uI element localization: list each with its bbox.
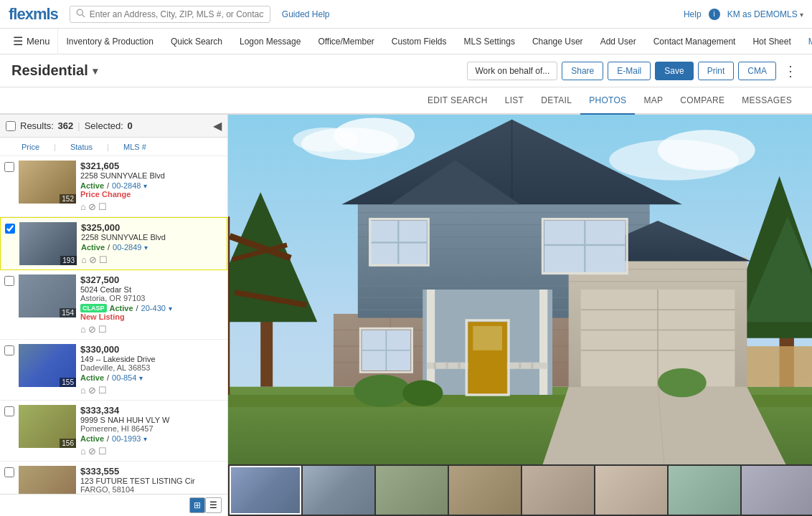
- tab-messages[interactable]: MESSAGES: [733, 87, 801, 115]
- edit-icon[interactable]: ☐: [98, 446, 107, 457]
- mls-dropdown-icon[interactable]: ▾: [144, 244, 148, 252]
- help-button[interactable]: Help: [684, 9, 702, 19]
- listing-checkbox[interactable]: [4, 162, 14, 172]
- nav-custom-fields[interactable]: Custom Fields: [383, 29, 455, 54]
- home-icon[interactable]: ⌂: [81, 254, 87, 265]
- list-item[interactable]: 193 $325,000 2258 SUNNYVALE Blvd Active …: [0, 217, 227, 270]
- list-item[interactable]: 156 $333,334 9999 S NAH HUH VLY W Pomere…: [0, 401, 227, 462]
- mls-dropdown-icon[interactable]: ▾: [143, 435, 147, 443]
- user-menu[interactable]: KM as DEMOMLS ▾: [727, 9, 803, 19]
- tab-compare[interactable]: COMPARE: [671, 87, 733, 115]
- share-button[interactable]: Share: [562, 62, 603, 80]
- listing-thumbnail[interactable]: 154: [19, 274, 76, 317]
- photo-thumb-3[interactable]: [376, 466, 448, 515]
- nav-contact-management[interactable]: Contact Management: [645, 29, 745, 54]
- home-icon[interactable]: ⌂: [80, 385, 86, 396]
- nav-logon-message[interactable]: Logon Message: [231, 29, 309, 54]
- guided-help-link[interactable]: Guided Help: [282, 9, 330, 19]
- menu-button[interactable]: ☰ Menu: [6, 29, 58, 54]
- listing-thumbnail[interactable]: 152: [19, 161, 76, 204]
- select-all-checkbox[interactable]: [6, 121, 16, 131]
- print-button[interactable]: Print: [698, 62, 735, 80]
- status-mls-number[interactable]: 00-2849: [113, 243, 141, 252]
- list-item[interactable]: 197 $333,555 123 FUTURE TEST LISTING Cir…: [0, 462, 227, 494]
- home-icon[interactable]: ⌂: [80, 324, 86, 335]
- edit-icon[interactable]: ☐: [99, 254, 108, 265]
- mls-dropdown-icon[interactable]: ▾: [143, 182, 147, 190]
- mls-dropdown-icon[interactable]: ▾: [169, 305, 172, 312]
- listing-details: $321,605 2258 SUNNYVALE Blvd Active / 00…: [80, 161, 223, 212]
- photo-thumb-2[interactable]: [303, 466, 374, 515]
- nav-more[interactable]: More ▾: [800, 29, 812, 54]
- nav-add-user[interactable]: Add User: [592, 29, 645, 54]
- tab-list[interactable]: LIST: [496, 87, 533, 115]
- title-dropdown-icon[interactable]: ▾: [93, 65, 98, 77]
- list-item[interactable]: 154 $327,500 5024 Cedar St Astoria, OR 9…: [0, 270, 227, 340]
- photo-thumb-8[interactable]: [742, 466, 812, 515]
- email-button[interactable]: E-Mail: [608, 62, 651, 80]
- status-active-badge: Active: [80, 181, 104, 190]
- col-price[interactable]: Price: [22, 143, 39, 151]
- col-status[interactable]: Status: [70, 143, 93, 151]
- more-options-button[interactable]: ⋮: [780, 62, 801, 80]
- listing-thumbnail[interactable]: 155: [19, 344, 76, 387]
- status-active-badge: Active: [80, 434, 104, 443]
- listing-city: FARGO, 58104: [80, 485, 223, 494]
- home-icon[interactable]: ⌂: [80, 446, 86, 457]
- nav-office-member[interactable]: Office/Member: [309, 29, 382, 54]
- nav-inventory[interactable]: Inventory & Production: [58, 29, 162, 54]
- listing-checkbox[interactable]: [4, 467, 14, 477]
- nav-quick-search[interactable]: Quick Search: [162, 29, 231, 54]
- tab-edit-search[interactable]: EDIT SEARCH: [419, 87, 496, 115]
- edit-icon[interactable]: ☐: [98, 324, 107, 335]
- work-behalf-button[interactable]: Work on behalf of...: [467, 62, 557, 80]
- list-view-button[interactable]: ☰: [205, 497, 222, 513]
- status-mls-number[interactable]: 00-2848: [112, 181, 141, 190]
- edit-icon[interactable]: ☐: [98, 385, 107, 396]
- search-bar[interactable]: [70, 6, 270, 23]
- info-icon[interactable]: i: [709, 9, 720, 20]
- mls-dropdown-icon[interactable]: ▾: [139, 374, 143, 382]
- photo-thumb-6[interactable]: [595, 466, 667, 515]
- photo-thumb-5[interactable]: [522, 466, 594, 515]
- listing-price: $330,000: [80, 344, 223, 355]
- search-input[interactable]: [90, 9, 264, 19]
- home-icon[interactable]: ⌂: [80, 201, 86, 212]
- nav-change-user[interactable]: Change User: [524, 29, 592, 54]
- nav-mls-settings[interactable]: MLS Settings: [455, 29, 524, 54]
- tab-map[interactable]: MAP: [635, 87, 671, 115]
- collapse-panel-button[interactable]: ◀: [213, 119, 222, 133]
- block-icon[interactable]: ⊘: [88, 201, 96, 212]
- listing-details: $333,334 9999 S NAH HUH VLY W Pomerene, …: [80, 405, 223, 457]
- list-item[interactable]: 152 $321,605 2258 SUNNYVALE Blvd Active …: [0, 156, 227, 217]
- listing-thumbnail[interactable]: 197: [19, 466, 76, 494]
- list-item[interactable]: 155 $330,000 149 -- Lakeside Drive Dadev…: [0, 340, 227, 401]
- listing-thumbnail[interactable]: 193: [19, 222, 77, 265]
- listing-details: $327,500 5024 Cedar St Astoria, OR 97103…: [80, 274, 223, 335]
- block-icon[interactable]: ⊘: [89, 254, 97, 265]
- listing-thumbnail[interactable]: 156: [19, 405, 76, 448]
- block-icon[interactable]: ⊘: [88, 446, 96, 457]
- listing-checkbox[interactable]: [5, 224, 15, 234]
- photo-thumb-4[interactable]: [449, 466, 521, 515]
- status-mls-number[interactable]: 20-430: [141, 304, 166, 312]
- edit-icon[interactable]: ☐: [98, 201, 107, 212]
- grid-view-button[interactable]: ⊞: [189, 497, 205, 513]
- block-icon[interactable]: ⊘: [88, 324, 96, 335]
- tab-photos[interactable]: PHOTOS: [580, 87, 635, 115]
- main-photo-area[interactable]: 1/ 10: [228, 115, 812, 464]
- photo-thumb-1[interactable]: [230, 466, 301, 515]
- listing-checkbox[interactable]: [4, 406, 14, 416]
- listing-checkbox[interactable]: [4, 276, 14, 286]
- nav-hot-sheet[interactable]: Hot Sheet: [744, 29, 799, 54]
- cma-button[interactable]: CMA: [738, 62, 776, 80]
- block-icon[interactable]: ⊘: [88, 385, 96, 396]
- photo-thumb-7[interactable]: [669, 466, 740, 515]
- col-mls[interactable]: MLS #: [123, 143, 146, 151]
- thumb-number: 156: [60, 439, 76, 448]
- status-mls-number[interactable]: 00-1993: [112, 434, 141, 443]
- status-mls-number[interactable]: 00-854: [112, 373, 136, 382]
- listing-checkbox[interactable]: [4, 345, 14, 355]
- save-button[interactable]: Save: [655, 62, 693, 80]
- tab-detail[interactable]: DETAIL: [532, 87, 580, 115]
